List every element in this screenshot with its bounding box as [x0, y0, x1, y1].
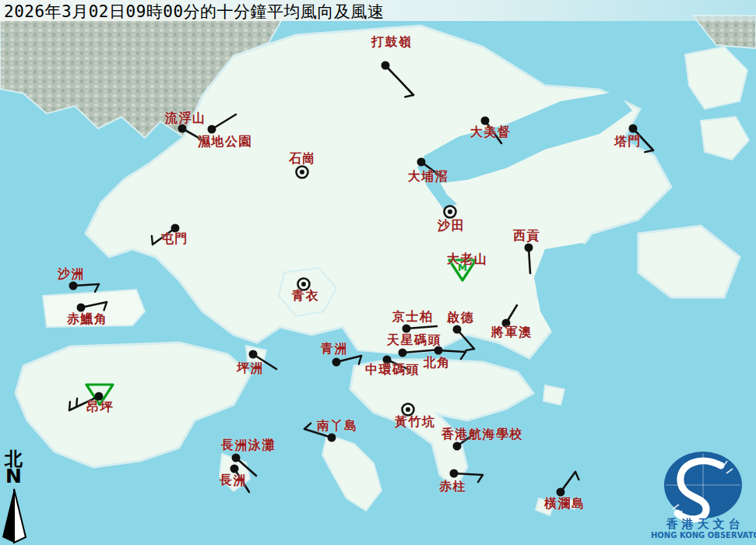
station-label-cheung-chau: 長洲: [220, 474, 247, 487]
station-label-wetland-park: 濕地公園: [198, 135, 252, 148]
station-label-star-ferry-pier: 天星碼頭: [387, 334, 441, 346]
station-label-sha-chau: 沙洲: [58, 268, 85, 280]
hko-logo: 香港天文台 HONG KONG OBSERVATORY: [654, 450, 756, 545]
map-title: 2026年3月02日09時00分的十分鐘平均風向及風速: [4, 1, 385, 23]
map-canvas: M: [0, 0, 756, 545]
compass: 北 N: [2, 450, 30, 486]
station-label-tai-po-kau: 大埔滘: [408, 171, 449, 183]
hko-logo-name-cjk: 香港天文台: [654, 517, 756, 532]
station-label-north-point: 北角: [424, 357, 451, 369]
station-label-green-island: 青洲: [321, 343, 348, 355]
station-label-lau-fau-shan: 流浮山: [165, 112, 206, 125]
station-label-peng-chau: 坪洲: [237, 362, 264, 374]
station-label-tuen-mun: 屯門: [161, 233, 188, 245]
station-label-waglan-island: 橫瀾島: [544, 498, 585, 510]
station-label-sha-tin: 沙田: [438, 220, 465, 232]
station-label-tsing-yi: 青衣: [292, 290, 319, 302]
station-label-shek-kong: 石崗: [289, 153, 316, 165]
station-label-wong-chuk-hang: 黃竹坑: [395, 416, 436, 428]
station-label-central-pier: 中環碼頭: [365, 364, 420, 376]
compass-north-letter: N: [5, 468, 30, 486]
landmass-tung-lung: [543, 385, 564, 405]
station-label-tseung-kwan-o: 將軍澳: [491, 326, 533, 339]
station-label-stanley: 赤柱: [439, 480, 466, 493]
station-label-tai-mei-tuk: 大美督: [470, 126, 512, 139]
station-label-sai-kung: 西貢: [513, 230, 540, 242]
station-label-kai-tak: 啟德: [447, 311, 474, 324]
station-label-tap-mun: 塔門: [614, 135, 642, 148]
station-label-lamma-island: 南丫島: [317, 420, 358, 432]
station-label-cheung-chau-beach: 長洲泳灘: [221, 439, 276, 452]
station-label-ta-kwu-ling: 打鼓嶺: [371, 36, 413, 48]
hko-logo-name-en: HONG KONG OBSERVATORY: [651, 531, 756, 540]
station-label-ngong-ping: 昂坪: [86, 401, 114, 413]
station-label-kings-park: 京士柏: [392, 311, 434, 323]
station-label-tates-cairn: 大老山: [447, 253, 488, 265]
station-label-chek-lap-kok: 赤鱲角: [67, 313, 108, 325]
wind-map-screen: M 2026年3月02日09時00分的十分鐘平均風向及風速 打鼓嶺流浮山濕地公園…: [0, 0, 756, 545]
station-label-hk-sea-school: 香港航海學校: [441, 428, 523, 441]
